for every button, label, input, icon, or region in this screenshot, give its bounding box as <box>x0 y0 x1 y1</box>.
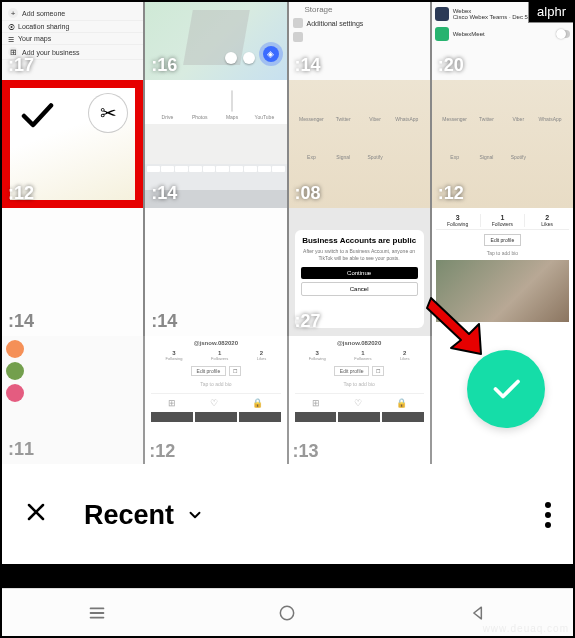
album-title: Recent <box>84 500 174 531</box>
check-icon <box>18 98 54 134</box>
back-triangle-icon <box>468 603 488 623</box>
nav-back-button[interactable] <box>466 601 490 625</box>
thumbnail[interactable]: ◈ :16 <box>145 2 286 80</box>
duration-label: :17 <box>8 55 34 76</box>
duration-label: :12 <box>438 183 464 204</box>
check-icon <box>488 371 524 407</box>
thumbnail-row-1: ✂ :12 Drive Photos Maps YouTube :14 Mess… <box>2 80 573 208</box>
thumbnail[interactable]: :14 <box>145 208 286 336</box>
map-locate-icon: ◈ <box>263 46 279 62</box>
chevron-down-icon <box>186 506 204 524</box>
thumbnail[interactable]: @jsnow.082020 3Following 1Followers 2Lik… <box>289 336 430 464</box>
duration-label: :14 <box>295 55 321 76</box>
settings-label: Your maps <box>18 35 51 42</box>
duration-label: :12 <box>8 183 34 204</box>
thumbnail[interactable]: Drive Photos Maps YouTube :14 <box>145 80 286 208</box>
settings-label: Add someone <box>22 10 65 17</box>
album-dropdown[interactable]: Recent <box>84 500 204 531</box>
thumbnail[interactable]: +Add someone ⦿Location sharing ☰Your map… <box>2 2 143 80</box>
watermark-deuaq: www.deuaq.com <box>483 623 569 634</box>
more-options-button[interactable] <box>545 502 551 528</box>
duration-label: :13 <box>293 441 319 462</box>
edit-profile-button: Edit profile <box>484 234 522 246</box>
duration-label: :27 <box>295 311 321 332</box>
thumbnail[interactable]: @jsnow.082020 3Following 1Followers 2Lik… <box>145 336 286 464</box>
close-button[interactable] <box>24 499 48 531</box>
cancel-button: Cancel <box>301 282 418 296</box>
duration-label: :20 <box>438 55 464 76</box>
duration-label: :14 <box>8 311 34 332</box>
circle-icon <box>277 603 297 623</box>
scissors-icon[interactable]: ✂ <box>89 94 127 132</box>
thumbnail[interactable]: Business Accounts are public After you s… <box>289 208 430 336</box>
annotation-arrow-icon <box>421 290 491 360</box>
thumbnail-row-0: +Add someone ⦿Location sharing ☰Your map… <box>2 2 573 80</box>
thumbnail[interactable]: Messenger Twitter Viber WhatsApp Exp Sig… <box>432 80 573 208</box>
modal-title: Business Accounts are public <box>301 236 418 245</box>
settings-label: Location sharing <box>18 23 69 30</box>
duration-label: :14 <box>151 183 177 204</box>
duration-label: :12 <box>149 441 175 462</box>
app-frame: alphr www.deuaq.com +Add someone ⦿Locati… <box>0 0 575 638</box>
thumbnail[interactable]: :14 <box>2 208 143 336</box>
duration-label: :08 <box>295 183 321 204</box>
close-icon <box>24 500 48 524</box>
menu-icon <box>86 602 108 624</box>
nav-recent-button[interactable] <box>85 601 109 625</box>
modal-body: After you switch to a Business Account, … <box>301 248 418 261</box>
toolbar: Recent <box>2 466 573 564</box>
nav-home-button[interactable] <box>275 601 299 625</box>
confirm-fab-button[interactable] <box>467 350 545 428</box>
more-vertical-icon <box>545 502 551 528</box>
thumbnail[interactable]: Messenger Twitter Viber WhatsApp Exp Sig… <box>289 80 430 208</box>
storage-header: Storage <box>305 5 426 14</box>
continue-button: Continue <box>301 267 418 279</box>
thumbnail-selected[interactable]: ✂ :12 <box>2 80 143 208</box>
duration-label: :16 <box>151 55 177 76</box>
watermark-alphr: alphr <box>528 0 575 23</box>
svg-point-0 <box>281 606 294 619</box>
duration-label: :14 <box>151 311 177 332</box>
thumbnail[interactable]: Storage Additional settings :14 <box>289 2 430 80</box>
thumbnail[interactable]: :11 <box>2 336 143 464</box>
spacer-bar <box>2 564 573 588</box>
duration-label: :11 <box>8 439 34 460</box>
